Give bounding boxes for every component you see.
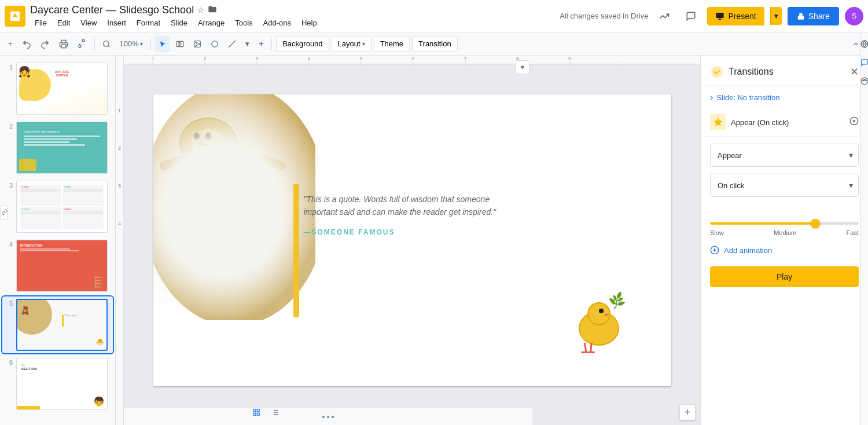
transition-button[interactable]: Transition <box>412 36 458 52</box>
textbox-btn[interactable] <box>172 36 187 52</box>
explore-icon[interactable] <box>858 37 869 51</box>
ruler-num: 3 <box>118 183 121 189</box>
present-dropdown-btn[interactable]: ▾ <box>770 7 782 25</box>
menu-slide[interactable]: Slide <box>166 17 192 28</box>
animation-delete-button[interactable] <box>849 116 859 128</box>
palette-icon[interactable] <box>858 74 869 88</box>
svg-point-13 <box>212 41 218 47</box>
line-btn[interactable] <box>225 36 240 52</box>
folder-icon[interactable] <box>208 5 217 16</box>
grid-view-btn[interactable] <box>248 404 264 420</box>
present-button[interactable]: Present <box>707 7 764 25</box>
doc-title[interactable]: Daycare Center — Slidesgo School <box>30 4 194 16</box>
appear-dropdown[interactable]: Appear Fade Fly in Zoom <box>710 144 859 167</box>
quote-bar <box>293 184 299 317</box>
animation-item[interactable]: Appear (On click) <box>701 108 868 137</box>
more-shapes-btn[interactable]: ▾ <box>242 36 253 52</box>
svg-marker-46 <box>714 118 723 126</box>
trending-icon-btn[interactable] <box>654 6 675 27</box>
image-btn[interactable] <box>190 36 205 52</box>
menu-addons[interactable]: Add-ons <box>259 17 296 28</box>
slow-label: Slow <box>710 229 724 236</box>
cursor-btn[interactable] <box>155 36 170 52</box>
play-button[interactable]: Play <box>710 266 859 287</box>
print-btn[interactable] <box>56 36 72 52</box>
slides-panel: 1 DAYCARECENTER 👧 2 CONTENTS OF THIS TEM… <box>0 56 116 425</box>
add-animation-button[interactable]: Add animation <box>701 239 868 262</box>
menu-format[interactable]: Format <box>132 17 165 28</box>
slide-number: 1 <box>5 63 13 71</box>
slide-canvas[interactable]: "This is a quote. Words full of wisdom t… <box>153 94 671 386</box>
canvas-area: 1 2 3 4 5 6 7 8 9 <box>124 56 700 425</box>
quote-text-area: "This is a quote. Words full of wisdom t… <box>304 193 524 236</box>
svg-line-14 <box>229 41 236 47</box>
svg-text:9: 9 <box>568 56 571 61</box>
divider-1 <box>94 38 95 50</box>
svg-point-57 <box>864 79 865 80</box>
speed-section: Slow Medium Fast <box>701 211 868 239</box>
zoom-btn[interactable] <box>99 36 114 52</box>
appear-dropdown-wrapper: Appear Fade Fly in Zoom <box>710 144 859 167</box>
menu-view[interactable]: View <box>76 17 101 28</box>
slide-number: 5 <box>5 299 13 307</box>
appear-section: Appear Fade Fly in Zoom On click After p… <box>701 137 868 211</box>
chat-icon[interactable] <box>858 56 869 69</box>
ruler-num: 1 <box>118 108 121 113</box>
divider-3 <box>271 38 272 50</box>
divider-2 <box>150 38 151 50</box>
undo-btn[interactable] <box>19 36 35 52</box>
dot <box>322 416 325 418</box>
zoom-value-btn[interactable]: 100% ▾ <box>116 36 146 52</box>
add-page-button[interactable]: + <box>679 404 696 420</box>
collapse-panel-button[interactable]: ▾ <box>516 60 529 74</box>
svg-point-45 <box>711 66 723 78</box>
menu-help[interactable]: Help <box>297 17 322 28</box>
slide-item[interactable]: 2 CONTENTS OF THIS TEMPLATE <box>2 119 113 176</box>
link-icon[interactable] <box>0 206 8 220</box>
layout-button[interactable]: Layout ▾ <box>332 36 372 52</box>
theme-button[interactable]: Theme <box>374 36 410 52</box>
animation-icon <box>710 114 726 130</box>
fast-label: Fast <box>847 229 859 236</box>
view-icons <box>248 404 283 420</box>
svg-text:3: 3 <box>256 56 259 61</box>
slide-item[interactable]: 4 INTRODUCTION 🪜 <box>2 237 113 294</box>
on-click-dropdown[interactable]: On click After previous With previous <box>710 174 859 197</box>
menu-arrange[interactable]: Arrange <box>193 17 229 28</box>
menu-insert[interactable]: Insert <box>102 17 131 28</box>
slide-item[interactable]: 3 01 HEAD 02 HEAD 03 HEAD 04 HEAD <box>2 178 113 235</box>
svg-point-58 <box>865 80 866 81</box>
chick-illustration: 🌿 <box>573 299 625 351</box>
add-animation-label: Add animation <box>724 246 772 255</box>
paint-btn[interactable] <box>74 36 90 52</box>
quote-author: —SOMEONE FAMOUS <box>304 228 524 236</box>
shapes-btn[interactable] <box>207 36 222 52</box>
redo-btn[interactable] <box>37 36 53 52</box>
speed-slider[interactable] <box>710 222 859 225</box>
background-button[interactable]: Background <box>276 36 329 52</box>
bottom-bar <box>124 408 532 425</box>
slide-transition-row[interactable]: › Slide: No transition <box>701 86 868 108</box>
slide-item-active[interactable]: 5 🧸 "This is a quote..." 🐣 <box>2 296 113 353</box>
star-icon[interactable]: ☆ <box>197 6 204 14</box>
svg-text:7: 7 <box>464 56 467 61</box>
svg-point-56 <box>862 80 863 81</box>
panel-header: Transitions ✕ <box>701 56 868 86</box>
slide-item[interactable]: 6 01. SECTION 👦 <box>2 356 113 412</box>
user-avatar[interactable]: S <box>845 7 863 25</box>
comments-icon-btn[interactable] <box>681 6 701 27</box>
menu-file[interactable]: File <box>30 17 52 28</box>
menu-tools[interactable]: Tools <box>230 17 257 28</box>
expand-icon: › <box>710 92 713 102</box>
menu-edit[interactable]: Edit <box>53 17 75 28</box>
svg-text:5: 5 <box>360 56 363 61</box>
embed-btn[interactable]: + <box>255 36 267 52</box>
svg-point-5 <box>103 41 108 46</box>
medium-label: Medium <box>774 229 796 236</box>
svg-text:1: 1 <box>152 56 155 61</box>
slide-item[interactable]: 1 DAYCARECENTER 👧 <box>2 60 113 117</box>
menu-bar: File Edit View Insert Format Slide Arran… <box>30 17 555 28</box>
add-btn[interactable]: + <box>5 36 16 52</box>
list-view-btn[interactable] <box>267 404 283 420</box>
share-button[interactable]: Share <box>788 7 839 25</box>
